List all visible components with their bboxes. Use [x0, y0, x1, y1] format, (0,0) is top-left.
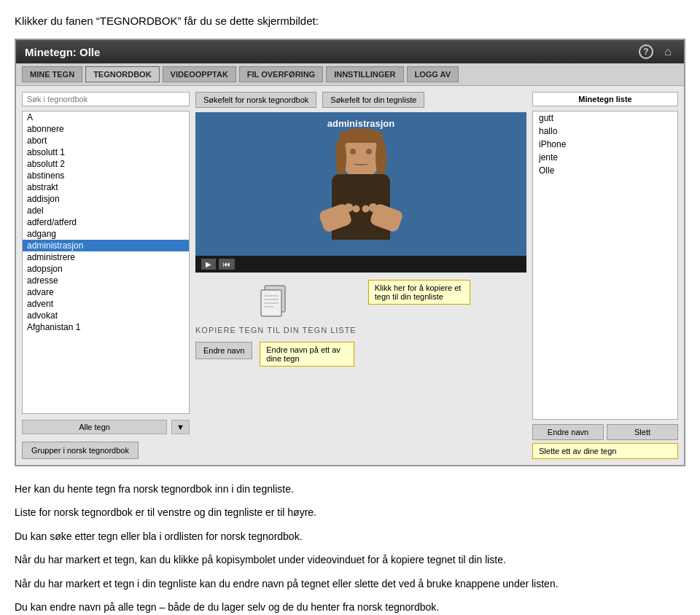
slette-tooltip: Slette ett av dine tegn: [532, 443, 678, 459]
list-item[interactable]: absolutt 1: [23, 146, 189, 158]
app-title: Minetegn: Olle: [25, 46, 100, 58]
list-item[interactable]: adferd/atferd: [23, 216, 189, 228]
minetegn-item[interactable]: Olle: [533, 164, 677, 177]
list-item[interactable]: abstrakt: [23, 181, 189, 193]
all-tegn-button[interactable]: Alle tegn: [22, 420, 167, 434]
list-item-selected[interactable]: administrasjon: [23, 240, 189, 251]
minetegn-item[interactable]: hallo: [533, 125, 677, 138]
search-din-button[interactable]: Søkefelt for din tegnliste: [322, 92, 424, 108]
home-icon[interactable]: ⌂: [661, 44, 675, 59]
list-item[interactable]: adgang: [23, 228, 189, 240]
video-person: [195, 112, 526, 273]
endre-navn-tooltip: Endre navn på ett av dine tegn: [260, 342, 354, 367]
main-content: A abonnere abort absolutt 1 absolutt 2 a…: [16, 86, 684, 465]
video-controls: ▶ ⏮: [195, 256, 526, 273]
body-paragraph-5: Når du har markert et tegn i din tegnlis…: [15, 576, 685, 592]
middle-panel: Søkefelt for norsk tegnordbok Søkefelt f…: [195, 92, 526, 459]
slett-button[interactable]: Slett: [607, 424, 678, 440]
person-head: [343, 134, 379, 178]
right-btn-row: Endre navn Slett: [532, 424, 678, 440]
help-icon[interactable]: ?: [639, 44, 653, 59]
minetegn-header: Minetegn liste: [532, 92, 678, 106]
nav-tegnordbok[interactable]: TEGNORDBOK: [85, 66, 159, 82]
video-title: administrasjon: [327, 118, 394, 129]
list-item[interactable]: adopsjon: [23, 263, 189, 275]
copy-area: KOPIERE TEGN TIL DIN TEGN LISTE Klikk he…: [195, 280, 526, 334]
bottom-btns: Endre navn Endre navn på ett av dine teg…: [195, 342, 526, 367]
list-item[interactable]: advare: [23, 286, 189, 298]
minetegn-list: gutt hallo iPhone jente Olle: [532, 111, 678, 420]
play-button[interactable]: ▶: [201, 259, 216, 270]
list-item[interactable]: addisjon: [23, 193, 189, 205]
intro-text: Klikker du fanen “TEGNORDBOK” får du se …: [15, 15, 685, 27]
nav-mine-tegn[interactable]: MINE TEGN: [22, 66, 82, 82]
list-item[interactable]: abort: [23, 135, 189, 146]
title-bar-right: ? ⌂: [639, 44, 675, 59]
list-item[interactable]: A: [23, 111, 189, 123]
word-list: A abonnere abort absolutt 1 absolutt 2 a…: [23, 111, 189, 374]
left-panel: A abonnere abort absolutt 1 absolutt 2 a…: [22, 92, 190, 459]
app-window: Minetegn: Olle ? ⌂ MINE TEGN TEGNORDBOK …: [15, 39, 685, 466]
body-paragraph-2: Liste for norsk tegnordbok er til venstr…: [15, 504, 685, 520]
nav-logg-av[interactable]: LOGG AV: [407, 66, 459, 82]
nav-innstillinger[interactable]: INNSTILLINGER: [326, 66, 403, 82]
title-bar: Minetegn: Olle ? ⌂: [16, 40, 684, 63]
minetegn-item[interactable]: iPhone: [533, 138, 677, 151]
list-item[interactable]: absolutt 2: [23, 158, 189, 170]
list-item[interactable]: advent: [23, 298, 189, 310]
grupper-button[interactable]: Grupper i norsk tegnordbok: [22, 442, 139, 459]
list-item[interactable]: adresse: [23, 275, 189, 286]
body-paragraph-6: Du kan endre navn på alle tegn – både de…: [15, 599, 685, 615]
nav-bar: MINE TEGN TEGNORDBOK VIDEOOPPTAK FIL OVE…: [16, 63, 684, 86]
body-paragraph-3: Du kan søke etter tegn eller bla i ordli…: [15, 528, 685, 544]
copy-icon[interactable]: [257, 280, 294, 320]
right-bottom-btns: Endre navn Slett Slette ett av dine tegn: [532, 424, 678, 459]
kopiere-label: KOPIERE TEGN TIL DIN TEGN LISTE: [195, 326, 357, 334]
search-input[interactable]: [22, 92, 190, 106]
word-list-container: A abonnere abort absolutt 1 absolutt 2 a…: [22, 111, 190, 414]
minetegn-item[interactable]: gutt: [533, 111, 677, 125]
nav-fil-overforing[interactable]: FIL OVERFØRING: [239, 66, 323, 82]
video-area: administrasjon: [195, 112, 526, 273]
all-tegn-row: Alle tegn ▼: [22, 420, 190, 434]
endre-navn-button[interactable]: Endre navn: [195, 342, 252, 359]
list-item[interactable]: abstinens: [23, 170, 189, 181]
list-item[interactable]: adel: [23, 205, 189, 216]
search-row: Søkefelt for norsk tegnordbok Søkefelt f…: [195, 92, 526, 108]
endre-navn-right-button[interactable]: Endre navn: [532, 424, 604, 440]
body-paragraph-1: Her kan du hente tegn fra norsk tegnordb…: [15, 481, 685, 497]
nav-videoopptak[interactable]: VIDEOOPPTAK: [163, 66, 236, 82]
search-norsk-button[interactable]: Søkefelt for norsk tegnordbok: [195, 92, 316, 108]
right-panel: Minetegn liste gutt hallo iPhone jente O…: [532, 92, 678, 459]
minetegn-item[interactable]: jente: [533, 151, 677, 164]
person-figure: [310, 127, 412, 258]
dropdown-arrow-icon[interactable]: ▼: [171, 420, 190, 434]
prev-button[interactable]: ⏮: [219, 259, 235, 270]
list-item[interactable]: administrere: [23, 251, 189, 263]
list-item[interactable]: abonnere: [23, 123, 189, 135]
body-text: Her kan du hente tegn fra norsk tegnordb…: [15, 481, 685, 615]
list-item[interactable]: Afghanistan 1: [23, 321, 189, 333]
copy-tooltip: Klikk her for å kopiere et tegn til din …: [368, 280, 470, 305]
list-item[interactable]: advokat: [23, 310, 189, 321]
body-paragraph-4: Når du har markert et tegn, kan du klikk…: [15, 552, 685, 568]
